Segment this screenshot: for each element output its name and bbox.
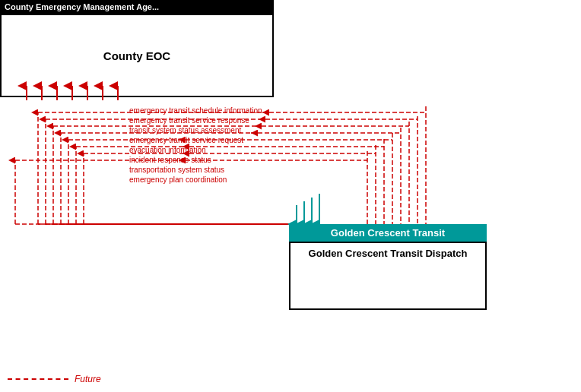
golden-crescent-header: Golden Crescent Transit xyxy=(289,224,487,242)
county-eoc-title: County EOC xyxy=(103,49,170,62)
county-eoc-header: County Emergency Management Age... xyxy=(0,0,274,14)
flow-label-4: emergency transit service request xyxy=(129,136,262,144)
legend: Future xyxy=(8,374,101,384)
golden-crescent-body: Golden Crescent Transit Dispatch xyxy=(289,242,487,310)
golden-crescent-title: Golden Crescent Transit Dispatch xyxy=(309,248,468,259)
flow-label-1: emergency transit schedule information xyxy=(129,106,262,115)
flow-label-2: emergency transit service response xyxy=(129,116,262,125)
flow-label-6: incident response status xyxy=(129,156,262,164)
flow-labels: emergency transit schedule information e… xyxy=(129,106,262,184)
flow-label-8: emergency plan coordination xyxy=(129,175,262,184)
county-eoc-body: County EOC xyxy=(0,14,274,97)
county-eoc-group: County Emergency Management Age... Count… xyxy=(0,0,274,97)
diagram-container: County Emergency Management Age... Count… xyxy=(0,0,581,392)
golden-crescent-group: Golden Crescent Transit Golden Crescent … xyxy=(289,224,487,310)
flow-label-5: evacuation information xyxy=(129,146,262,154)
flow-label-3: transit system status assessment xyxy=(129,126,262,134)
flow-label-7: transportation system status xyxy=(129,166,262,174)
legend-label: Future xyxy=(75,374,101,384)
legend-line xyxy=(8,378,68,380)
